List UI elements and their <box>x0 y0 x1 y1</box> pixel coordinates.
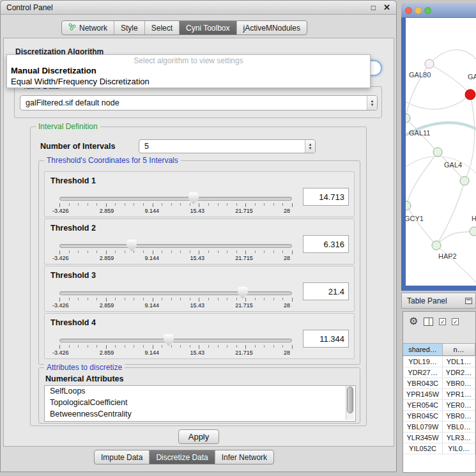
top-tab-bar: Network Style Select Cyni Toolbox jActiv… <box>61 20 307 35</box>
float-window-icon[interactable] <box>465 298 472 304</box>
tab-style[interactable]: Style <box>114 21 145 35</box>
bottom-tab-bar: Impute Data Discretize Data Infer Networ… <box>94 450 274 464</box>
table-row[interactable]: YDL19…YDL1… <box>403 357 475 367</box>
tab-discretize-data[interactable]: Discretize Data <box>150 450 215 464</box>
threshold-label: Threshold 3 <box>50 271 96 280</box>
tab-network[interactable]: Network <box>62 21 114 35</box>
table-row[interactable]: YIL052CYIL0… <box>403 443 475 454</box>
table-cell[interactable]: YLR3… <box>443 433 475 443</box>
table-cell[interactable]: YBL079W <box>403 422 443 433</box>
network-node[interactable] <box>432 241 441 250</box>
tab-label: Discretize Data <box>156 453 208 462</box>
threshold-value-field[interactable]: 21.4 <box>303 282 349 300</box>
columns-icon[interactable] <box>424 318 433 326</box>
network-node[interactable] <box>460 176 469 185</box>
table-data-group: Table Data galFiltered.sif default node … <box>14 86 382 118</box>
table-cell[interactable]: YBR0… <box>443 378 475 389</box>
tab-label: Infer Network <box>222 453 267 462</box>
threshold-slider[interactable] <box>59 244 292 248</box>
table-cell[interactable]: YBR0… <box>443 411 475 422</box>
threshold-slider[interactable] <box>59 339 292 342</box>
table-cell[interactable]: YLR345W <box>403 433 443 443</box>
numerical-attributes-list[interactable]: SelfLoopsTopologicalCoefficientBetweenne… <box>44 385 356 422</box>
network-node[interactable] <box>406 114 410 123</box>
numerical-attributes-label: Numerical Attributes <box>45 374 123 383</box>
threshold-value-field[interactable]: 11.344 <box>303 330 349 348</box>
table-cell[interactable]: YDR27… <box>403 367 443 378</box>
threshold-slider[interactable] <box>59 197 292 201</box>
table-row[interactable]: YBR045CYBR0… <box>403 411 475 422</box>
table-cell[interactable]: YDL1… <box>443 357 475 367</box>
network-edge <box>436 231 474 245</box>
table-cell[interactable]: YBR045C <box>403 411 443 422</box>
network-node[interactable] <box>465 89 475 100</box>
threshold-panel: Threshold 4 -3.4262.8599.14415.4321.7152… <box>44 313 355 359</box>
table-cell[interactable]: YDL19… <box>403 357 443 367</box>
network-node[interactable] <box>470 227 476 236</box>
select-none-checkbox-icon[interactable]: ✓ <box>452 318 459 325</box>
attribute-list-item[interactable]: BetweennessCentrality <box>45 409 355 420</box>
minimize-traffic-light-icon[interactable] <box>415 7 422 14</box>
table-cell[interactable]: YBR043C <box>403 378 443 389</box>
threshold-value-field[interactable]: 14.713 <box>303 188 349 206</box>
tab-infer-network[interactable]: Infer Network <box>215 450 273 464</box>
list-scrollbar[interactable] <box>346 386 354 420</box>
interval-definition-group: Interval Definition Number of Intervals … <box>30 127 367 426</box>
restore-icon[interactable]: □ <box>371 4 376 12</box>
popup-option-equal-width-frequency[interactable]: Equal Width/Frequency Discretization <box>7 76 370 87</box>
table-cell[interactable]: YIL052C <box>403 443 443 454</box>
table-panel-header[interactable]: Table Panel <box>401 293 476 309</box>
threshold-value-field[interactable]: 6.316 <box>303 235 349 253</box>
slider-major-ticks <box>59 203 293 207</box>
node-table-body[interactable]: YDL19…YDL1…YDR27…YDR2…YBR043CYBR0…YPR145… <box>403 357 475 472</box>
network-titlebar[interactable] <box>401 3 476 18</box>
slider-scale: -3.4262.8599.14415.4321.71528 <box>52 349 290 356</box>
network-node[interactable] <box>433 148 442 157</box>
column-header-name[interactable]: n… <box>443 344 475 355</box>
network-node[interactable] <box>425 59 434 68</box>
number-of-intervals-combobox[interactable]: 5 ▴ ▾ <box>139 139 316 153</box>
table-cell[interactable]: YPR145W <box>403 389 443 400</box>
attribute-list-item[interactable]: SelfLoops <box>45 386 355 397</box>
control-panel-titlebar[interactable]: Control Panel □ ✕ <box>1 1 396 15</box>
table-cell[interactable]: YER0… <box>443 400 475 411</box>
table-data-combobox[interactable]: galFiltered.sif default node ▴ ▾ <box>20 95 378 111</box>
tab-cyni-toolbox[interactable]: Cyni Toolbox <box>180 21 236 35</box>
table-cell[interactable]: YBL0… <box>443 422 475 433</box>
scale-label: 15.43 <box>190 302 204 309</box>
table-row[interactable]: YPR145WYPR1… <box>403 389 475 400</box>
table-cell[interactable]: YIL0… <box>443 443 475 454</box>
thresholds-group-label: Threshold's Coordinates for 5 Intervals <box>44 156 181 165</box>
algorithm-popup: Select algorithm to view settings Manual… <box>6 54 371 88</box>
table-row[interactable]: YDR27…YDR2… <box>403 367 475 378</box>
stepper-icon[interactable]: ▴ ▾ <box>367 96 377 110</box>
apply-button[interactable]: Apply <box>178 429 219 444</box>
table-row[interactable]: YER054CYER0… <box>403 400 475 411</box>
network-node[interactable] <box>406 201 411 210</box>
table-cell[interactable]: YPR1… <box>443 389 475 400</box>
close-icon[interactable]: ✕ <box>383 3 390 12</box>
table-panel-title: Table Panel <box>407 296 447 305</box>
popup-option-manual-discretization[interactable]: Manual Discretization <box>7 65 370 76</box>
table-cell[interactable]: YDR2… <box>443 367 475 378</box>
table-cell[interactable]: YER054C <box>403 400 443 411</box>
table-row[interactable]: YLR345WYLR3… <box>403 433 475 443</box>
tab-impute-data[interactable]: Impute Data <box>95 450 150 464</box>
close-traffic-light-icon[interactable] <box>405 7 412 14</box>
attribute-list-item[interactable]: TopologicalCoefficient <box>45 397 355 409</box>
table-row[interactable]: YBL079WYBL0… <box>403 422 475 433</box>
column-header-shared-name[interactable]: shared… <box>403 344 443 355</box>
scrollbar-thumb[interactable] <box>347 387 353 413</box>
tab-select[interactable]: Select <box>145 21 180 35</box>
select-all-checkbox-icon[interactable]: ✓ <box>439 318 446 325</box>
table-row[interactable]: YBR043CYBR0… <box>403 378 475 389</box>
stepper-down-icon: ▾ <box>309 146 312 150</box>
stepper-icon[interactable]: ▴ ▾ <box>305 140 315 153</box>
tab-jactivemnodules[interactable]: jActiveMNodules <box>237 21 307 35</box>
zoom-traffic-light-icon[interactable] <box>424 7 431 14</box>
threshold-slider[interactable] <box>59 291 292 295</box>
slider-scale: -3.4262.8599.14415.4321.71528 <box>52 302 290 309</box>
network-canvas[interactable]: GAL80GAGAL11GAL4GCY1HHAP2 <box>406 18 476 286</box>
gear-icon[interactable]: ⚙ <box>409 316 418 326</box>
combobox-value: galFiltered.sif default node <box>20 98 367 107</box>
